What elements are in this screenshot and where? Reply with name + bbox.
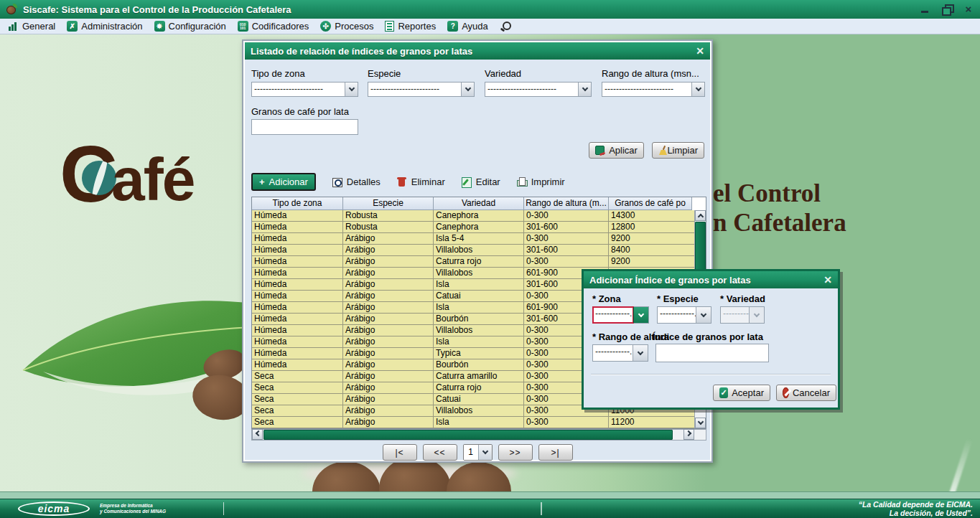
title-bar: Siscafe: Sistema para el Control de la P… xyxy=(0,0,980,19)
chevron-down-icon[interactable] xyxy=(345,83,358,96)
imprimir-button[interactable]: Imprimir xyxy=(516,176,565,187)
footer-divider xyxy=(223,502,224,515)
menu-label: General xyxy=(22,21,55,32)
cancel-icon xyxy=(783,387,789,398)
editar-button[interactable]: Editar xyxy=(461,176,500,187)
table-cell: Canephora xyxy=(434,222,524,232)
adicionar-dialog-titlebar[interactable]: Adicionar Índice de granos por latas ✕ xyxy=(584,271,838,288)
application-window: Siscafe: Sistema para el Control de la P… xyxy=(0,0,980,518)
table-cell: Isla xyxy=(434,417,524,428)
eicma-org-text: Empresa de Informática y Comunicaciones … xyxy=(100,503,166,514)
filter-label-especie: Especie xyxy=(368,68,401,79)
restore-button[interactable] xyxy=(941,4,953,14)
zona-select[interactable]: ------------... xyxy=(592,306,649,324)
indice-input[interactable] xyxy=(655,344,769,362)
cafe-logo-text: afé xyxy=(111,145,194,215)
menu-label: Procesos xyxy=(335,21,373,32)
plus-icon: + xyxy=(259,176,265,187)
chevron-down-icon[interactable] xyxy=(578,83,591,96)
chevron-down-icon[interactable] xyxy=(691,83,704,96)
cancelar-button[interactable]: Cancelar xyxy=(776,385,836,401)
menu-item-configuracion[interactable]: ✸ Configuración xyxy=(151,20,230,32)
menu-item-ayuda[interactable]: ? Ayuda xyxy=(444,20,492,32)
listado-dialog-title: Listado de relación de índices de granos… xyxy=(251,46,472,57)
table-row[interactable]: HúmedaRobustaCanephora0-30014300 xyxy=(252,210,694,222)
table-row[interactable]: HúmedaArábigoVillalobos301-6008400 xyxy=(252,245,694,256)
listado-close-icon[interactable]: ✕ xyxy=(696,45,704,57)
menu-item-reportes[interactable]: Reportes xyxy=(381,20,439,32)
table-row[interactable]: HúmedaArábigoCaturra rojo0-3009200 xyxy=(252,256,694,268)
listado-dialog-titlebar[interactable]: Listado de relación de índices de granos… xyxy=(245,42,710,60)
table-cell: Arábigo xyxy=(343,302,434,313)
especie-value: ------------------------ xyxy=(368,83,461,96)
first-page-button[interactable]: |< xyxy=(383,444,417,461)
pinwheel-icon: ✣ xyxy=(320,21,331,32)
light-streak xyxy=(931,438,972,499)
chevron-down-icon[interactable] xyxy=(461,83,474,96)
aplicar-button[interactable]: Aplicar xyxy=(589,142,644,159)
table-cell: Arábigo xyxy=(343,394,434,405)
menu-item-administracion[interactable]: ✗ Administración xyxy=(63,20,146,32)
tipo-zona-select[interactable]: ------------------------ xyxy=(251,82,358,97)
divider xyxy=(591,374,831,375)
question-icon: ? xyxy=(447,21,458,32)
close-button[interactable]: × xyxy=(963,4,974,14)
menu-item-search[interactable] xyxy=(496,20,514,32)
binary-icon: 010101 xyxy=(238,21,248,32)
table-cell: Arábigo xyxy=(343,405,434,416)
chevron-down-icon[interactable] xyxy=(633,307,648,323)
table-cell: Húmeda xyxy=(252,314,343,324)
especie-select[interactable]: ------------------------ xyxy=(368,82,475,97)
detalles-button[interactable]: Detalles xyxy=(332,176,381,187)
adicionar-button[interactable]: + Adicionar xyxy=(251,173,316,191)
search-icon xyxy=(500,21,510,32)
prev-page-button[interactable]: << xyxy=(423,444,457,461)
table-cell: Isla xyxy=(434,302,524,313)
page-select[interactable]: 1 xyxy=(463,444,493,461)
tipo-zona-value: ------------------------ xyxy=(252,83,345,96)
rango-altura-add-select[interactable]: ------------... xyxy=(592,344,648,362)
horizontal-scroll-thumb[interactable] xyxy=(263,430,673,440)
aceptar-label: Aceptar xyxy=(732,387,764,398)
last-page-button[interactable]: >| xyxy=(538,444,573,461)
table-cell: Húmeda xyxy=(252,245,343,255)
especie-add-select[interactable]: ------------... xyxy=(657,306,711,324)
table-cell: Canephora xyxy=(434,210,524,221)
quote-line1: “La Calidad depende de EICMA. xyxy=(859,500,973,509)
table-row[interactable]: SecaArábigoIsla0-30011200 xyxy=(252,417,694,428)
table-cell: Arábigo xyxy=(343,268,434,278)
chevron-down-icon[interactable] xyxy=(633,345,648,361)
scroll-up-icon[interactable] xyxy=(695,210,706,221)
next-page-button[interactable]: >> xyxy=(498,444,533,461)
zona-value: ------------... xyxy=(593,307,633,323)
scroll-down-icon[interactable] xyxy=(695,418,706,428)
adicionar-close-icon[interactable]: ✕ xyxy=(823,274,832,286)
minimize-button[interactable] xyxy=(920,4,931,14)
table-row[interactable]: HúmedaArábigoIsla 5-40-3009200 xyxy=(252,233,694,245)
pagination-bar: |< << 1 >> >| xyxy=(243,444,711,461)
table-cell: Robusta xyxy=(343,222,434,232)
limpiar-button[interactable]: Limpiar xyxy=(652,142,704,159)
rango-altura-select[interactable]: ------------------------ xyxy=(602,82,705,97)
granos-input[interactable] xyxy=(251,119,358,135)
horizontal-scrollbar[interactable] xyxy=(251,429,706,441)
table-cell: Arábigo xyxy=(343,233,434,244)
aceptar-button[interactable]: ✓ Aceptar xyxy=(713,385,770,401)
variedad-select[interactable]: ------------------------ xyxy=(485,82,592,97)
chevron-down-icon[interactable] xyxy=(696,307,711,323)
scroll-right-icon[interactable] xyxy=(683,429,694,440)
menu-item-general[interactable]: General xyxy=(4,20,59,32)
table-cell: Arábigo xyxy=(343,245,434,255)
table-row[interactable]: HúmedaRobustaCanephora301-60012800 xyxy=(252,222,694,233)
menu-item-codificadores[interactable]: 010101 Codificadores xyxy=(234,20,313,32)
chevron-down-icon[interactable] xyxy=(478,445,492,460)
table-cell: Robusta xyxy=(343,210,434,221)
column-header: Variedad xyxy=(434,197,524,210)
eliminar-button[interactable]: Eliminar xyxy=(396,176,445,187)
scroll-left-icon[interactable] xyxy=(252,429,263,440)
org-line1: Empresa de Informática xyxy=(100,503,166,509)
menu-item-procesos[interactable]: ✣ Procesos xyxy=(317,20,377,32)
table-cell: Caturra amarillo xyxy=(434,371,524,382)
variedad-add-select[interactable]: ------------... xyxy=(720,306,765,324)
table-cell: Bourbón xyxy=(434,359,524,370)
